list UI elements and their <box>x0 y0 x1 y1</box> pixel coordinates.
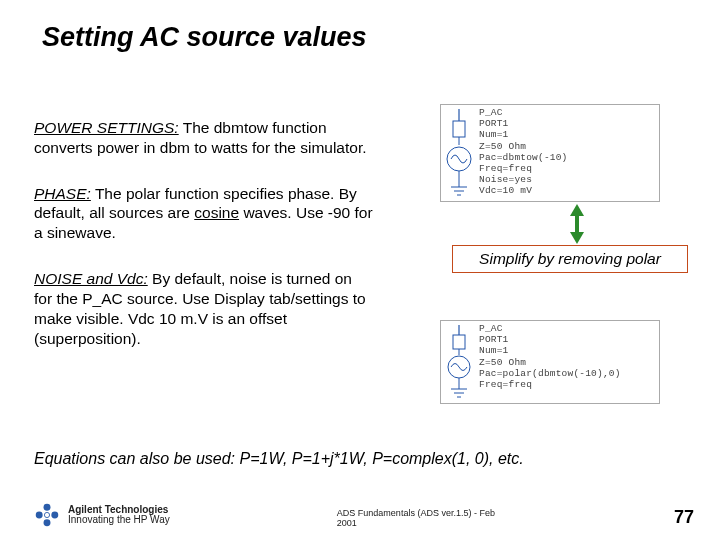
d2-l5: Pac=polar(dbmtow(-10),0) <box>479 368 656 379</box>
para-power: POWER SETTINGS: The dbmtow function conv… <box>34 118 374 158</box>
slide-title: Setting AC source values <box>0 0 720 53</box>
svg-point-17 <box>44 504 51 511</box>
equations-note: Equations can also be used: P=1W, P=1+j*… <box>34 450 524 468</box>
agilent-logo-icon <box>34 502 60 528</box>
logo-block: Agilent Technologies Innovating the HP W… <box>34 502 170 528</box>
d2-l4: Z=50 Ohm <box>479 357 656 368</box>
svg-point-19 <box>44 519 51 526</box>
d2-l1: P_AC <box>479 323 656 334</box>
d1-l5: Pac=dbmtow(-10) <box>479 152 656 163</box>
svg-point-18 <box>51 512 58 519</box>
d2-l6: Freq=freq <box>479 379 656 390</box>
d1-l4: Z=50 Ohm <box>479 141 656 152</box>
power-label: POWER SETTINGS: <box>34 119 179 136</box>
source-symbol-icon <box>445 325 473 401</box>
d2-l2: PORT1 <box>479 334 656 345</box>
para-phase: PHASE: The polar function specifies phas… <box>34 184 374 243</box>
course-info: ADS Fundamentals (ADS ver.1.5) - Feb 200… <box>337 508 507 528</box>
para-noise: NOISE and Vdc: By default, noise is turn… <box>34 269 374 348</box>
callout: Simplify by removing polar <box>452 245 688 273</box>
footer: Agilent Technologies Innovating the HP W… <box>34 502 694 528</box>
source-symbol-icon <box>445 109 473 199</box>
svg-rect-9 <box>453 335 465 349</box>
schematic-2: P_AC PORT1 Num=1 Z=50 Ohm Pac=polar(dbmt… <box>440 320 660 404</box>
phase-cosine: cosine <box>194 204 239 221</box>
d1-l1: P_AC <box>479 107 656 118</box>
page-number: 77 <box>674 507 694 528</box>
arrow-shaft <box>575 214 579 236</box>
d1-l2: PORT1 <box>479 118 656 129</box>
svg-rect-1 <box>453 121 465 137</box>
d1-l3: Num=1 <box>479 129 656 140</box>
noise-label: NOISE and Vdc: <box>34 270 148 287</box>
d2-l3: Num=1 <box>479 345 656 356</box>
schematic-1: P_AC PORT1 Num=1 Z=50 Ohm Pac=dbmtow(-10… <box>440 104 660 202</box>
brand-tagline: Innovating the HP Way <box>68 515 170 526</box>
svg-point-20 <box>44 512 49 517</box>
svg-point-16 <box>36 512 43 519</box>
body-text: POWER SETTINGS: The dbmtow function conv… <box>34 118 374 374</box>
d1-l7: Noise=yes <box>479 174 656 185</box>
logo-text: Agilent Technologies Innovating the HP W… <box>68 505 170 526</box>
d1-l6: Freq=freq <box>479 163 656 174</box>
phase-label: PHASE: <box>34 185 91 202</box>
d1-l8: Vdc=10 mV <box>479 185 656 196</box>
